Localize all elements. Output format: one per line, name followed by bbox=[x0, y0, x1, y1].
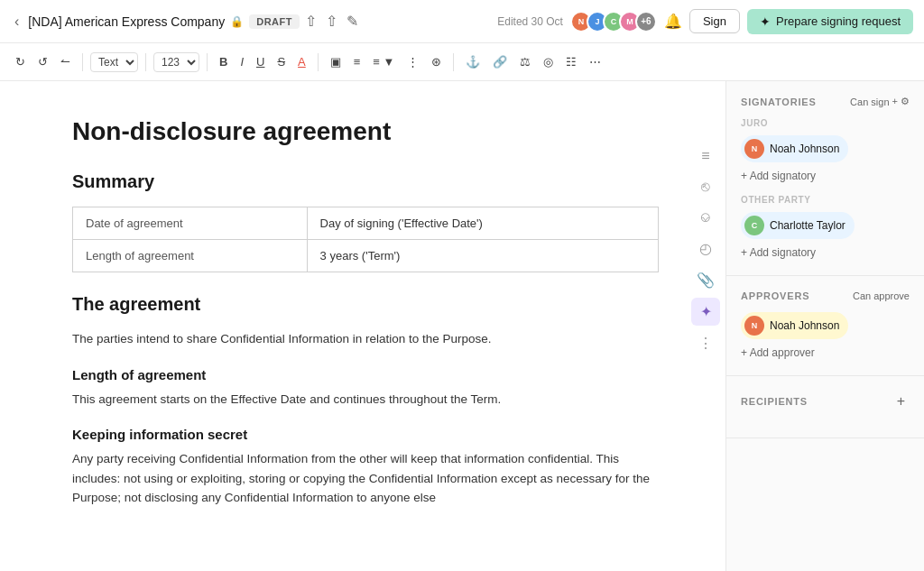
summary-heading: Summary bbox=[72, 171, 659, 192]
align-button[interactable]: ≡ ▼ bbox=[368, 52, 399, 71]
bookmark-button[interactable]: ⚓ bbox=[461, 52, 485, 71]
nav-buttons: ‹ bbox=[11, 12, 23, 32]
circle-button[interactable]: ◎ bbox=[539, 52, 558, 71]
approvers-title: APPROVERS bbox=[741, 290, 809, 301]
bold-button[interactable]: B bbox=[215, 52, 232, 71]
charlotte-avatar: C bbox=[744, 216, 764, 235]
lock-icon: 🔒 bbox=[230, 15, 244, 28]
export-float-button[interactable]: ⎉ bbox=[691, 204, 720, 231]
table-cell-label-2: Length of agreement bbox=[73, 240, 308, 272]
clock-float-button[interactable]: ◴ bbox=[691, 235, 720, 262]
document-title-heading: Non-disclosure agreement bbox=[72, 117, 659, 146]
document-content: Non-disclosure agreement Summary Date of… bbox=[72, 117, 659, 508]
comment-button[interactable]: ▣ bbox=[326, 52, 346, 71]
signatories-header: SIGNATORIES Can sign + ⚙ bbox=[741, 96, 910, 107]
agreement-intro: The parties intend to share Confidential… bbox=[72, 329, 659, 349]
approvers-header: APPROVERS Can approve bbox=[741, 290, 910, 301]
upload-icon[interactable]: ⇧ bbox=[305, 13, 317, 30]
sep-3 bbox=[207, 53, 208, 71]
secret-text: Any party receiving Confidential Informa… bbox=[72, 449, 659, 508]
share-icon[interactable]: ⇧ bbox=[326, 13, 337, 30]
redo-button[interactable]: ↼ bbox=[56, 52, 75, 71]
add-recipient-button[interactable]: + bbox=[892, 391, 910, 412]
summary-table: Date of agreement Day of signing ('Effec… bbox=[72, 207, 659, 272]
link-button[interactable]: 🔗 bbox=[488, 52, 512, 71]
can-sign-text: Can sign bbox=[850, 97, 889, 107]
secret-heading: Keeping information secret bbox=[72, 427, 659, 442]
table-row: Date of agreement Day of signing ('Effec… bbox=[73, 207, 659, 240]
text-style-select[interactable]: Text bbox=[90, 52, 138, 72]
indent-button[interactable]: ⊛ bbox=[427, 52, 446, 71]
recipients-section: RECIPIENTS + bbox=[726, 376, 924, 438]
scale-button[interactable]: ⚖ bbox=[515, 52, 535, 71]
recipients-title: RECIPIENTS bbox=[741, 396, 808, 407]
link-float-button[interactable]: 📎 bbox=[691, 266, 720, 294]
signatories-section: SIGNATORIES Can sign + ⚙ JURO N Noah Joh… bbox=[726, 81, 924, 276]
noah-name: Noah Johnson bbox=[770, 143, 839, 155]
document-title: [NDA] American Express Company bbox=[28, 14, 225, 29]
align-float-button[interactable]: ≡ bbox=[691, 143, 720, 170]
add-approver-link[interactable]: + Add approver bbox=[741, 345, 910, 361]
numbered-list-button[interactable]: ≡ bbox=[349, 52, 365, 71]
topbar-center: Edited 30 Oct N J C M +6 🔔 Sign ✦ Prepar… bbox=[497, 9, 913, 34]
approver-noah-name: Noah Johnson bbox=[770, 319, 839, 332]
right-panel: SIGNATORIES Can sign + ⚙ JURO N Noah Joh… bbox=[725, 81, 924, 571]
add-signatory-juro-link[interactable]: + Add signatory bbox=[741, 168, 910, 184]
agreement-heading: The agreement bbox=[72, 294, 659, 315]
avatar-count: +6 bbox=[635, 11, 657, 32]
avatar-group: N J C M +6 bbox=[570, 11, 657, 32]
sign-button[interactable]: Sign bbox=[689, 9, 740, 33]
float-icons: ≡ ⎋ ⎉ ◴ 📎 ✦ ⋮ bbox=[686, 135, 725, 364]
back-button[interactable]: ‹ bbox=[11, 12, 23, 32]
signatories-title: SIGNATORIES bbox=[741, 97, 817, 107]
sep-2 bbox=[145, 53, 146, 71]
noah-avatar: N bbox=[744, 139, 764, 159]
more-button[interactable]: ⋯ bbox=[585, 52, 605, 71]
recipients-header: RECIPIENTS + bbox=[741, 391, 910, 412]
can-approve-label: Can approve bbox=[853, 290, 910, 301]
erase-icon[interactable]: ✎ bbox=[346, 13, 358, 30]
table-cell-label-1: Date of agreement bbox=[73, 207, 308, 240]
juro-sublabel: JURO bbox=[741, 118, 910, 128]
more-float-button[interactable]: ⋮ bbox=[691, 329, 720, 357]
table-cell-value-1: Day of signing ('Effective Date') bbox=[307, 207, 658, 240]
draft-badge: DRAFT bbox=[249, 14, 300, 29]
main-area: Non-disclosure agreement Summary Date of… bbox=[0, 81, 924, 571]
bullet-list-button[interactable]: ⋮ bbox=[402, 52, 423, 71]
length-heading: Length of agreement bbox=[72, 367, 659, 382]
document-area: Non-disclosure agreement Summary Date of… bbox=[0, 81, 725, 571]
charlotte-name: Charlotte Taylor bbox=[770, 219, 845, 232]
font-size-select[interactable]: 123 bbox=[153, 52, 199, 72]
italic-button[interactable]: I bbox=[236, 52, 248, 71]
undo-button[interactable]: ↻ bbox=[11, 52, 30, 71]
top-bar: ‹ [NDA] American Express Company 🔒 DRAFT… bbox=[0, 0, 924, 43]
table-button[interactable]: ☷ bbox=[561, 52, 581, 71]
approvers-section: APPROVERS Can approve N Noah Johnson + A… bbox=[726, 276, 924, 376]
strikethrough-button[interactable]: S bbox=[273, 52, 290, 71]
edited-label: Edited 30 Oct bbox=[497, 15, 563, 28]
can-sign-label: Can sign + ⚙ bbox=[850, 96, 910, 107]
prepare-signing-button[interactable]: ✦ Prepare signing request bbox=[747, 9, 913, 34]
can-sign-icons: + ⚙ bbox=[892, 96, 910, 107]
topbar-actions: ⇧ ⇧ ✎ bbox=[305, 13, 358, 30]
add-signatory-other-link[interactable]: + Add signatory bbox=[741, 244, 910, 261]
noah-signatory-chip: N Noah Johnson bbox=[741, 135, 848, 162]
charlotte-signatory-chip: C Charlotte Taylor bbox=[741, 212, 855, 239]
bell-button[interactable]: 🔔 bbox=[664, 13, 682, 30]
prepare-label: Prepare signing request bbox=[776, 14, 901, 28]
sep-1 bbox=[82, 53, 83, 71]
undo-alt-button[interactable]: ↺ bbox=[33, 52, 52, 71]
underline-button[interactable]: U bbox=[252, 52, 269, 71]
approver-noah-avatar: N bbox=[744, 316, 764, 336]
table-row: Length of agreement 3 years ('Term') bbox=[73, 240, 659, 272]
noah-approver-chip: N Noah Johnson bbox=[741, 312, 848, 339]
sep-4 bbox=[318, 53, 319, 71]
table-cell-value-2: 3 years ('Term') bbox=[307, 240, 658, 272]
formatting-toolbar: ↻ ↺ ↼ Text 123 B I U S A ▣ ≡ ≡ ▼ ⋮ ⊛ ⚓ 🔗… bbox=[0, 43, 924, 81]
magic-float-button[interactable]: ✦ bbox=[691, 298, 720, 326]
share-float-button[interactable]: ⎋ bbox=[691, 173, 720, 200]
length-text: This agreement starts on the Effective D… bbox=[72, 390, 659, 410]
star-icon: ✦ bbox=[760, 14, 771, 29]
text-color-button[interactable]: A bbox=[293, 52, 310, 71]
other-party-sublabel: OTHER PARTY bbox=[741, 195, 910, 205]
